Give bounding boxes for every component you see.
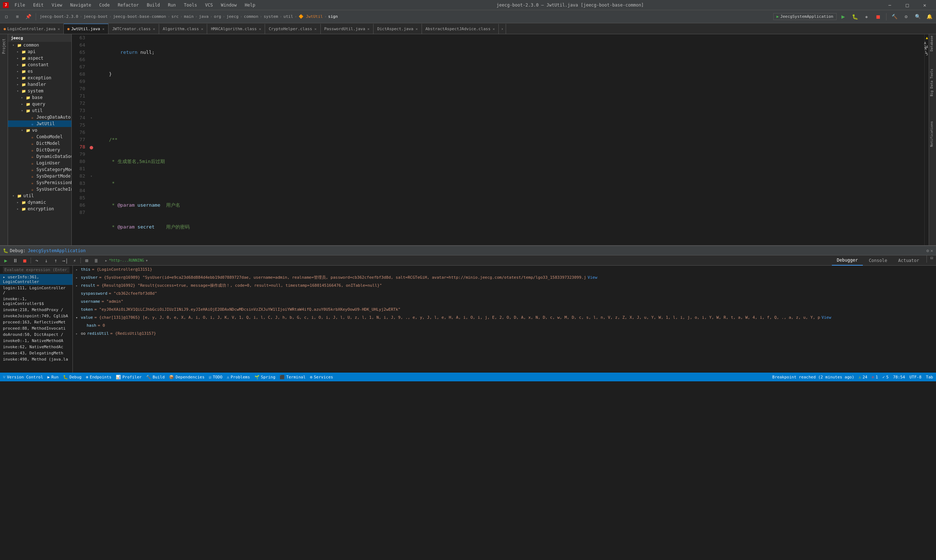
menu-build[interactable]: Build [143, 2, 163, 8]
tree-item-jeecgdataaut[interactable]: ☕ JeecgDataAutorUtil [8, 114, 71, 120]
menu-tools[interactable]: Tools [180, 2, 200, 8]
code-editor[interactable]: 63 64 65 66 67 68 69 70 71 72 73 74 75 7… [72, 34, 929, 245]
frame-item-5[interactable]: proceed:163, ReflectiveMet [0, 319, 72, 325]
tree-item-api[interactable]: ▸ 📁 api [8, 48, 71, 55]
spring-status[interactable]: 🌱 Spring [254, 375, 276, 380]
var-sysuser[interactable]: ▸ sysUser = {SysUser@16989} "SysUser(id=… [73, 274, 936, 282]
var-sysuser-view[interactable]: View [588, 274, 597, 281]
menu-vcs[interactable]: VCS [201, 2, 217, 8]
tab-abstractaspect[interactable]: AbstractAspectJAdvice.class ✕ [422, 24, 499, 34]
notifications-btn[interactable]: 🔔 [924, 12, 934, 22]
frame-item-3[interactable]: invoke:218, MethodProxy / [0, 307, 72, 313]
evaluate-btn[interactable]: ⚡ [70, 256, 79, 265]
tree-item-syscache[interactable]: ☕ SysUserCacheInfo [8, 186, 71, 192]
var-redisutil[interactable]: ▸ oo redisUtil = {RedisUtil@13157} [73, 330, 936, 338]
indent-type[interactable]: Tab [926, 375, 933, 380]
tree-item-util2[interactable]: ▾ 📁 util [8, 192, 71, 199]
debug-status[interactable]: 🐛 Debug [63, 375, 82, 380]
bigdata-label[interactable]: Big Data Tools [929, 67, 936, 98]
run-config[interactable]: ▶ JeecgSystemApplication [773, 13, 837, 20]
terminal-status[interactable]: ⬛ Terminal [280, 375, 305, 380]
tree-item-dynamicds[interactable]: ☕ DynamicDataSourc [8, 153, 71, 160]
tree-item-combomodel[interactable]: ☕ ComboModel [8, 134, 71, 140]
step-over-btn[interactable]: ↷ [32, 256, 41, 265]
tree-item-jwtutil[interactable]: ☕ JwtUtil [8, 120, 71, 127]
tab-algorithm[interactable]: Algorithm.class ✕ [159, 24, 207, 34]
layout-btn[interactable]: ⊟ [929, 255, 934, 266]
bc-submodule[interactable]: jeecg-boot-base-common [113, 14, 166, 19]
tree-item-handler[interactable]: ▸ 📁 handler [8, 81, 71, 88]
tree-item-query[interactable]: ▸ 📁 query [8, 101, 71, 107]
run-status[interactable]: ▶ Run [47, 375, 59, 380]
maximize-button[interactable]: □ [899, 0, 916, 10]
frame-item-8[interactable]: invoke0:-1, NativeMethodA [0, 338, 72, 344]
run-to-cursor-btn[interactable]: →| [61, 256, 69, 265]
var-value-view[interactable]: View [822, 314, 831, 321]
frame-item-11[interactable]: invoke:498, Method (java.la [0, 356, 72, 362]
tree-item-dictmodel[interactable]: ☕ DictModel [8, 140, 71, 147]
stop-btn[interactable]: ■ [873, 12, 883, 22]
menu-code[interactable]: Code [96, 2, 114, 8]
debug-close-btn[interactable]: ✕ [931, 248, 933, 253]
tree-item-common[interactable]: ▾ 📁 common [8, 42, 71, 48]
search-everywhere-btn[interactable]: 🔍 [913, 12, 923, 22]
frame-item-9[interactable]: invoke:62, NativeMethodAc [0, 344, 72, 350]
debug-run-btn[interactable]: 🐛 [850, 12, 860, 22]
tree-item-exception[interactable]: ▸ 📁 exception [8, 75, 71, 81]
tree-item-sysdept[interactable]: ☕ SysDepartModel [8, 173, 71, 179]
var-value[interactable]: ▾ value = {char[131]@17065} [e, y, J, 0,… [73, 314, 936, 322]
menu-run[interactable]: Run [164, 2, 179, 8]
tree-item-es[interactable]: ▸ 📁 es [8, 68, 71, 75]
tab-logincontroller[interactable]: LoginController.java ✕ [0, 24, 64, 34]
tree-item-encryption[interactable]: ▸ 📁 encryption [8, 206, 71, 212]
tree-item-base[interactable]: ▸ 📁 base [8, 94, 71, 101]
tab-close-hmac[interactable]: ✕ [259, 27, 261, 31]
frame-item-7[interactable]: doAround:50, DictAspect / [0, 331, 72, 338]
tree-item-dictquery[interactable]: ☕ DictQuery [8, 147, 71, 153]
run-btn[interactable]: ▶ [838, 12, 848, 22]
notifications-label[interactable]: Notifications [929, 120, 936, 148]
var-result[interactable]: ▸ result = {Result@16992} "Result{succes… [73, 282, 936, 290]
bc-root[interactable]: jeecg-boot-2.3.0 [40, 14, 78, 19]
tab-dictaspect[interactable]: DictAspect.java ✕ [373, 24, 422, 34]
todo-status[interactable]: ☑ TODO [209, 375, 222, 380]
problems-status[interactable]: ⚠ Problems [227, 375, 250, 380]
console-tab[interactable]: Console [864, 255, 892, 266]
resume-btn[interactable]: ▶ [2, 256, 10, 265]
frame-item-1[interactable]: login:111, LoginController / [0, 285, 72, 296]
code-content[interactable]: return null; } /** * 生成签名,5min后过期 * * @p… [95, 34, 924, 245]
tab-close-logincontroller[interactable]: ✕ [57, 27, 60, 31]
tab-close-crypto[interactable]: ✕ [314, 27, 316, 31]
tree-item-system[interactable]: ▾ 📁 system [8, 88, 71, 94]
encoding[interactable]: UTF-8 [910, 375, 921, 380]
build-btn[interactable]: 🔨 [890, 12, 900, 22]
menu-window[interactable]: Window [217, 2, 240, 8]
tab-passwordutil[interactable]: PasswordUtil.java ✕ [321, 24, 374, 34]
step-out-btn[interactable]: ↑ [51, 256, 60, 265]
menu-file[interactable]: File [11, 2, 29, 8]
var-username[interactable]: username = "admin" [73, 298, 936, 306]
services-status[interactable]: ⚙ Services [310, 375, 333, 380]
var-token[interactable]: token = "eyJ0eXAiOiJKV1QiLCJhbGciOiJIUzI… [73, 306, 936, 314]
dependencies-status[interactable]: 📦 Dependencies [169, 375, 204, 380]
frame-item-6[interactable]: proceed:88, MethodInvocati [0, 325, 72, 331]
menu-navigate[interactable]: Navigate [66, 2, 95, 8]
errors-count[interactable]: ⊘ 1 [871, 375, 878, 380]
tree-item-aspect[interactable]: ▸ 📁 aspect [8, 55, 71, 62]
stop-debug-btn[interactable]: ■ [20, 256, 29, 265]
code-scroll[interactable]: 63 64 65 66 67 68 69 70 71 72 73 74 75 7… [72, 34, 929, 245]
project-panel-tab[interactable]: Project [0, 34, 8, 245]
tree-item-syscatmodel[interactable]: ☕ SysCategoryModel [8, 166, 71, 173]
expression-input[interactable] [3, 267, 69, 273]
menu-help[interactable]: Help [241, 2, 259, 8]
tab-close-absasp[interactable]: ✕ [493, 27, 495, 31]
tab-more[interactable]: › [499, 24, 506, 34]
frame-item-10[interactable]: invoke:43, DelegatingMeth [0, 350, 72, 356]
tree-item-sysperm[interactable]: ☕ SysPermissionData [8, 179, 71, 186]
tree-item-vo[interactable]: ▾ 📁 vo [8, 127, 71, 134]
close-button[interactable]: ✕ [916, 0, 933, 10]
frame-item-2[interactable]: invoke:-1, LoginController$$ [0, 296, 72, 307]
menu-view[interactable]: View [48, 2, 66, 8]
tree-item-util[interactable]: ▾ 📁 util [8, 107, 71, 114]
menu-edit[interactable]: Edit [29, 2, 47, 8]
